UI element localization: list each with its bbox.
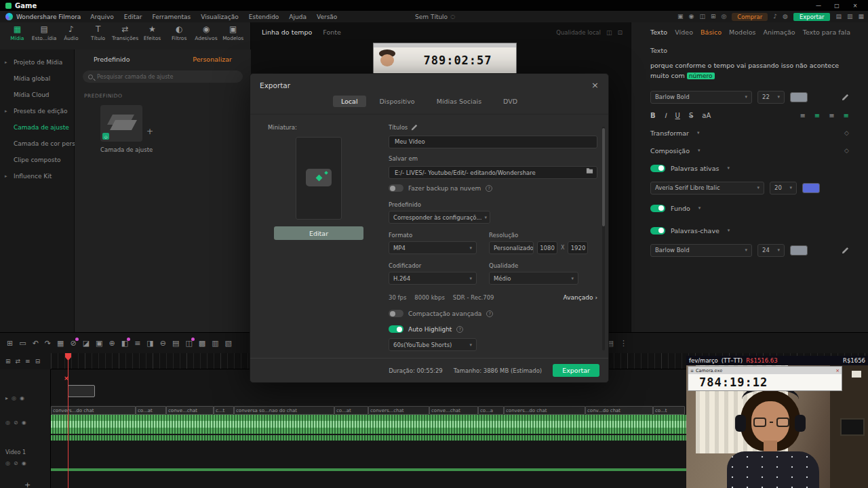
sidebar-item-presets-de-edicao[interactable]: ▸Presets de edição — [0, 103, 74, 119]
resolution-select[interactable]: Personalizado▾ — [489, 241, 534, 254]
cloud-backup-toggle[interactable] — [389, 184, 403, 192]
resolution-width-input[interactable]: 1080 — [537, 241, 557, 254]
lock-icon[interactable]: ◎ — [12, 395, 16, 401]
underline-button[interactable]: U — [675, 112, 680, 119]
keyframe-diamond-icon[interactable]: ◇ — [844, 129, 849, 136]
record-icon[interactable]: ◉ — [689, 14, 694, 20]
pencil-icon[interactable] — [842, 247, 849, 254]
redo-icon[interactable]: ↷ — [45, 340, 51, 347]
keywords-color-swatch[interactable] — [790, 245, 808, 256]
tab-stock-media[interactable]: ▤Esto...ídia — [31, 25, 58, 49]
color-icon[interactable]: ⊕ — [109, 340, 115, 347]
pencil-icon[interactable] — [842, 94, 849, 101]
snap-icon[interactable]: ▥ — [212, 340, 218, 347]
tab-fonte[interactable]: Fonte — [323, 28, 341, 36]
account-icon[interactable]: ◍ — [783, 14, 788, 20]
preset-select[interactable]: Corresponder às configuraçõ...▾ — [389, 211, 490, 224]
subtitle-clip[interactable]: convers...chat — [368, 406, 429, 415]
list-icon[interactable]: ≡ — [25, 359, 31, 365]
folder-icon[interactable] — [586, 167, 593, 174]
tab-modelos[interactable]: ▣Modelos — [220, 25, 246, 49]
subtitle-clip[interactable]: conversa so...nao do chat — [234, 406, 334, 415]
tab-filtros[interactable]: ◐Filtros — [166, 25, 193, 49]
tab-personalizar[interactable]: Personalizar — [193, 56, 232, 63]
video-title-input[interactable] — [389, 136, 597, 148]
pencil-icon[interactable] — [411, 124, 418, 131]
track-manager-icon[interactable]: ⊞ — [7, 340, 13, 347]
ai-audio-icon[interactable]: ◫ — [185, 340, 192, 347]
tab-predefinido[interactable]: Predefinido — [94, 56, 130, 63]
playback-quality[interactable]: Qualidade local — [556, 29, 601, 36]
align-left-icon[interactable]: ≡ — [800, 112, 805, 119]
keywords-toggle[interactable] — [650, 227, 665, 235]
tab-transicoes[interactable]: ⇄Transições — [112, 25, 138, 49]
ai-mask-icon[interactable]: ◧ — [121, 340, 128, 347]
bell-icon[interactable]: ◎ — [721, 14, 726, 20]
keywords-font-select[interactable]: Barlow Bold▾ — [650, 244, 752, 257]
keyframe-diamond-icon[interactable]: ◇ — [844, 147, 849, 154]
render-icon[interactable]: ▧ — [225, 340, 232, 347]
fullscreen-icon[interactable]: ⊡ — [617, 30, 623, 36]
eye-icon[interactable]: ◉ — [22, 420, 26, 426]
mute-icon[interactable]: ⊘ — [14, 460, 18, 466]
align-right-icon[interactable]: ≡ — [829, 112, 834, 119]
font-size-select[interactable]: 22▾ — [757, 91, 785, 104]
lock-icon[interactable]: ◎ — [5, 460, 10, 466]
workspace-icon[interactable]: ▦ — [858, 14, 864, 20]
export-button[interactable]: Exportar — [553, 364, 599, 377]
font-color-swatch[interactable] — [790, 92, 808, 102]
subtitle-clip[interactable]: co...at — [334, 406, 368, 415]
close-icon[interactable]: × — [835, 368, 840, 373]
panel-layout-icon[interactable]: ▥ — [847, 14, 853, 20]
tab-texto-para-fala[interactable]: Texto para fala — [803, 28, 850, 36]
bold-button[interactable]: B — [650, 112, 656, 119]
speed-icon[interactable]: ▣ — [96, 340, 102, 347]
marker-icon[interactable]: ◨ — [146, 340, 153, 347]
subtitle-clip[interactable]: conv...do chat — [585, 406, 653, 415]
tab-titulo[interactable]: TTítulo — [85, 25, 111, 49]
case-button[interactable]: aA — [702, 112, 711, 119]
menu-arquivo[interactable]: Arquivo — [90, 14, 113, 20]
menu-visualizacao[interactable]: Visualização — [201, 14, 239, 20]
clip-delete-marker[interactable]: × — [64, 375, 69, 382]
buy-button[interactable]: Comprar — [732, 13, 768, 21]
keyboard-icon[interactable]: ⊞ — [711, 14, 716, 20]
close-icon[interactable]: × — [591, 80, 599, 90]
more-options-icon[interactable]: ⋮ — [620, 340, 627, 347]
font-family-select[interactable]: Barlow Bold▾ — [650, 91, 752, 104]
transform-section[interactable]: Transformar ▾ ◇ — [650, 129, 849, 137]
compression-toggle[interactable] — [389, 310, 403, 317]
tab-local[interactable]: Local — [333, 96, 366, 107]
snapshot-icon[interactable]: ◫ — [699, 14, 705, 20]
dialog-scrollbar[interactable] — [602, 127, 605, 350]
subtitle-clip[interactable]: convers...do chat — [504, 406, 585, 415]
active-words-size-select[interactable]: 20▾ — [770, 182, 797, 195]
expand-track-icon[interactable]: ▸ — [5, 395, 8, 401]
tab-efeitos[interactable]: ★Efeitos — [139, 25, 165, 49]
caption-text[interactable]: porque conforme o tempo vai passando iss… — [650, 61, 849, 81]
sidebar-item-camada-de-ajuste[interactable]: Camada de ajuste — [0, 119, 74, 136]
mixer-icon[interactable]: ▩ — [199, 340, 205, 347]
active-words-color-swatch[interactable] — [802, 183, 820, 193]
close-button[interactable]: × — [848, 3, 863, 9]
lock-icon[interactable]: ◎ — [5, 420, 10, 426]
sidebar-item-influence-kit[interactable]: ▸Influence Kit — [0, 168, 74, 184]
highlight-length-select[interactable]: 60s(YouTube Shorts)▾ — [389, 338, 477, 351]
voice-icon[interactable]: ⊖ — [160, 340, 166, 347]
tab-texto[interactable]: Texto — [650, 28, 667, 36]
tab-adesivos[interactable]: ◉Adesivos — [193, 25, 220, 49]
sidebar-item-clipe-composto[interactable]: Clipe composto — [0, 152, 74, 168]
search-box[interactable] — [83, 70, 243, 83]
edit-thumbnail-button[interactable]: Editar — [274, 226, 363, 240]
playhead-line[interactable] — [68, 353, 68, 488]
mute-icon[interactable]: ⊘ — [14, 420, 18, 426]
eye-icon[interactable]: ◉ — [20, 395, 24, 401]
background-toggle[interactable] — [650, 205, 665, 212]
menu-versao[interactable]: Versão — [317, 14, 337, 20]
tab-linha-do-tempo[interactable]: Linha do tempo — [262, 28, 312, 36]
info-icon[interactable]: ? — [486, 185, 492, 192]
format-select[interactable]: MP4▾ — [389, 241, 477, 254]
add-track-button[interactable]: + — [24, 481, 31, 488]
menu-ferramentas[interactable]: Ferramentas — [152, 14, 191, 20]
tab-animacao[interactable]: Animação — [764, 28, 795, 36]
